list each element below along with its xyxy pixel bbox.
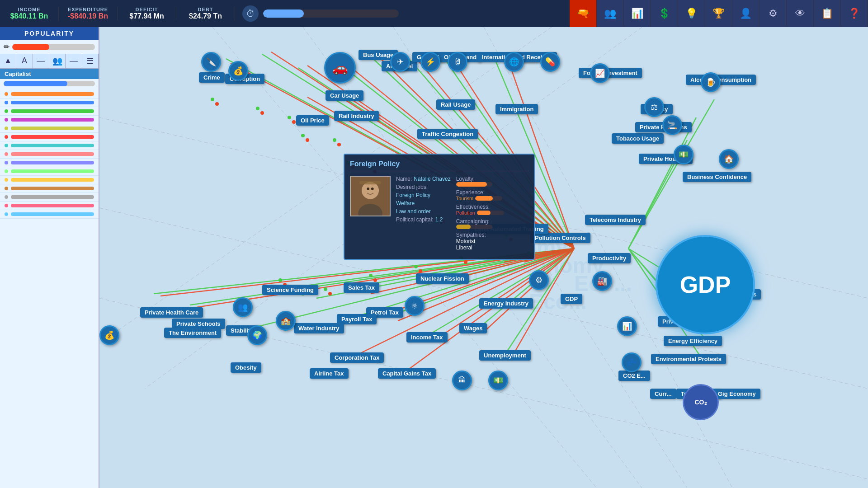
health-icon[interactable]: 👥 [233,297,253,317]
income-tax-icon[interactable]: 💵 [488,371,508,390]
plane-icon[interactable]: ✈ [390,52,410,72]
immigration-label[interactable]: Immigration [495,104,538,114]
environment-icon[interactable]: 🌍 [247,325,267,345]
capitalist-bar-bg [4,81,95,86]
tobacco-icon[interactable]: 🚬 [662,115,682,135]
tab-people[interactable]: 👥 [49,54,66,68]
capitalist-bar-fill [4,81,67,86]
sidebar-item-15[interactable] [0,210,99,219]
sidebar-item-6[interactable] [0,133,99,141]
sidebar-item-10[interactable] [0,167,99,176]
svg-point-31 [260,111,264,115]
invest-icon[interactable]: 📈 [590,63,610,83]
sidebar-item-9[interactable] [0,159,99,167]
tab-minus[interactable]: — [66,54,82,68]
housing-icon[interactable]: 🏠 [719,149,739,169]
notes-button[interactable]: 📋 [814,0,841,27]
sidebar-item-14[interactable] [0,202,99,210]
obesity-label[interactable]: Obesity [231,362,261,373]
tab-a[interactable]: A [16,54,33,68]
timer-icon[interactable]: ⏱ [242,5,259,22]
corp-tax-label[interactable]: Corporation Tax [330,352,384,363]
money-button[interactable]: 💲 [651,0,678,27]
tab-up[interactable]: ▲ [0,54,16,68]
productivity-icon[interactable]: ⚙ [529,270,549,290]
tobacco-label[interactable]: Tobacco Usage [612,133,664,144]
lightbulb-button[interactable]: 💡 [678,0,705,27]
env-protests-label[interactable]: Environmental Protests [651,354,726,364]
co2-circle[interactable]: CO₂ [683,384,719,420]
tab-dash[interactable]: — [33,54,49,68]
help-button[interactable]: ❓ [841,0,868,27]
environment-label[interactable]: The Environment [164,328,221,338]
rail-usage-label[interactable]: Rail Usage [436,99,475,110]
energy-eff-label[interactable]: Energy Efficiency [664,336,722,346]
oil-icon[interactable]: 🛢 [448,52,467,72]
oil-price-label[interactable]: Oil Price [296,115,329,126]
pollution-controls-label[interactable]: Pollution Controls [530,233,590,243]
wages-label[interactable]: Wages [459,323,487,333]
gdp-small-label[interactable]: GDP [561,294,582,304]
aid-icon[interactable]: 💊 [540,52,560,72]
fp-right-panel: Loyalty: Experience: Tourism Effectivene… [456,176,528,253]
crime-icon[interactable]: 🔪 [201,52,221,72]
pensions-icon[interactable]: 💵 [674,145,693,164]
sidebar-item-4[interactable] [0,116,99,124]
sidebar-item-7[interactable] [0,141,99,150]
alcohol-label[interactable]: Alcohol Consumption [686,75,756,85]
sidebar-item-2[interactable] [0,99,99,107]
gun-button[interactable]: 🔫 [570,0,597,27]
foreign-invest-label[interactable]: Foreign Investment [579,68,642,78]
right-icon-1[interactable]: 📊 [617,316,637,336]
grid-icon[interactable]: ⚡ [420,52,440,72]
sidebar-item-3[interactable] [0,107,99,116]
income-tax-label[interactable]: Income Tax [406,332,448,343]
car-usage-label[interactable]: Car Usage [326,90,363,101]
pollution-ctrl-icon[interactable]: 🏭 [592,271,612,291]
trophy-button[interactable]: 🏆 [705,0,732,27]
sidebar-item-5[interactable] [0,124,99,133]
co2-label[interactable]: CO2 E... [618,371,650,381]
unemployment-label[interactable]: Unemployment [479,350,531,361]
eye-button[interactable]: 👁 [787,0,814,27]
car-icon[interactable]: 🚗 [324,52,356,84]
corp-tax-icon[interactable]: 🏛 [452,371,472,390]
sidebar-item-11[interactable] [0,176,99,184]
nuclear-label[interactable]: Nuclear Fission [416,273,469,284]
curr-label[interactable]: Curr... [650,389,676,399]
person-button[interactable]: 👤 [732,0,760,27]
people-button[interactable]: 👥 [597,0,624,27]
schools-icon[interactable]: 🏫 [276,311,296,331]
corruption-icon[interactable]: 💰 [228,61,248,81]
nuclear-fission-icon[interactable]: ⚛ [405,296,425,316]
gdp-circle[interactable]: GDP [656,235,755,334]
tab-list[interactable]: ☰ [82,54,99,68]
biz-conf-label[interactable]: Business Confidence [683,172,751,182]
telecoms-label[interactable]: Telecoms Industry [585,215,646,225]
rail-industry-label[interactable]: Rail Industry [334,111,379,121]
energy-ind-label[interactable]: Energy Industry [479,298,533,309]
sidebar-item-8[interactable] [0,150,99,159]
airline-tax-label[interactable]: Airline Tax [310,368,349,379]
sidebar-item-1[interactable] [0,90,99,99]
priv-health-label[interactable]: Private Health Care [140,307,203,318]
sales-tax-label[interactable]: Sales Tax [344,282,379,293]
svg-point-24 [414,265,418,268]
water-ind-label[interactable]: Water Industry [294,323,344,333]
equality-icon[interactable]: ⚖ [644,97,664,117]
gig-label[interactable]: Gig Economy [713,389,760,399]
productivity-label[interactable]: Productivity [588,253,631,263]
sidebar-item-13[interactable] [0,193,99,202]
traffic-cong-label[interactable]: Traffic Congestion [417,129,478,139]
cap-gains-label[interactable]: Capital Gains Tax [378,368,436,379]
chart-button[interactable]: 📊 [624,0,651,27]
debt-label: DEBT [198,7,213,12]
science-label[interactable]: Science Funding [262,285,318,295]
wages-icon[interactable]: 💰 [99,325,119,345]
trade-icon[interactable]: 🌐 [504,52,524,72]
right-icon-2[interactable]: 💤 [622,352,642,372]
gear-button[interactable]: ⚙ [760,0,787,27]
sidebar-item-12[interactable] [0,184,99,193]
alcohol-icon[interactable]: 🍺 [701,72,721,92]
crime-label[interactable]: Crime [199,72,225,83]
